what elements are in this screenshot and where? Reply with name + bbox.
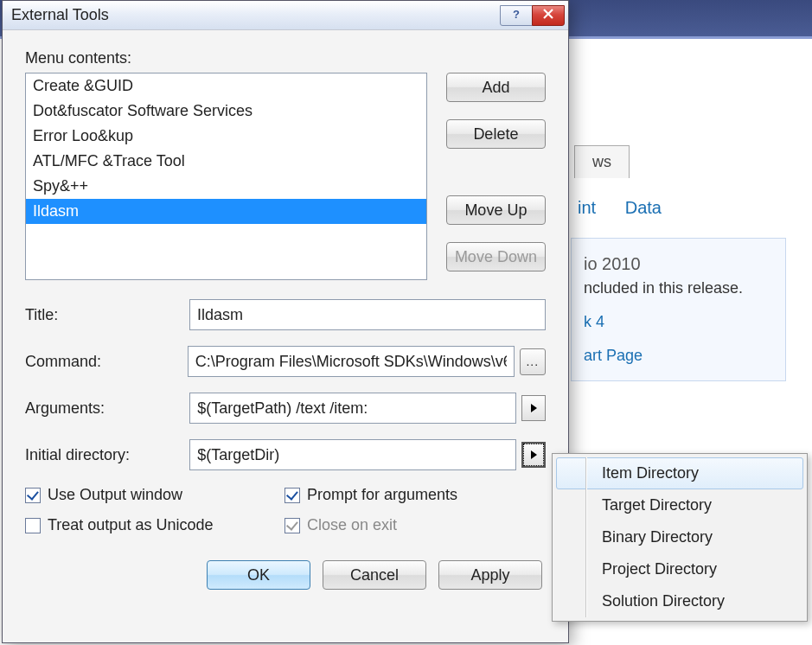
cancel-button[interactable]: Cancel <box>323 560 426 590</box>
browse-command-button[interactable]: ... <box>520 348 546 375</box>
apply-button[interactable]: Apply <box>438 560 542 590</box>
help-icon: ? <box>510 8 522 23</box>
help-button[interactable]: ? <box>500 5 533 26</box>
bg-panel: io 2010 ncluded in this release. k 4 art… <box>571 238 786 381</box>
popup-item-solution-directory[interactable]: Solution Directory <box>556 585 803 617</box>
svg-text:?: ? <box>513 8 520 20</box>
title-label: Title: <box>25 306 189 324</box>
dialog-title: External Tools <box>11 6 109 24</box>
popup-item-binary-directory[interactable]: Binary Directory <box>556 521 803 553</box>
bg-tab[interactable]: ws <box>574 145 630 178</box>
command-label: Command: <box>25 353 188 371</box>
list-item[interactable]: Spy&++ <box>26 174 426 199</box>
use-output-window-checkbox[interactable] <box>25 488 41 503</box>
arrow-right-icon <box>530 399 538 418</box>
close-icon <box>542 8 554 23</box>
bg-links: int Data <box>578 198 686 218</box>
menu-contents-listbox[interactable]: Create &GUID Dot&fuscator Software Servi… <box>25 73 427 280</box>
list-item[interactable]: Error Loo&kup <box>26 124 426 149</box>
move-up-button[interactable]: Move Up <box>446 195 546 225</box>
external-tools-dialog: External Tools ? Menu contents: Create &… <box>2 0 569 643</box>
list-item[interactable]: Ildasm <box>26 199 426 224</box>
list-item[interactable]: Create &GUID <box>26 73 426 99</box>
initial-directory-input[interactable] <box>189 439 516 470</box>
bg-link-data[interactable]: Data <box>625 198 662 217</box>
prompt-for-arguments-checkbox[interactable] <box>285 488 300 503</box>
bg-panel-link1[interactable]: k 4 <box>584 313 773 331</box>
close-on-exit-label: Close on exit <box>307 516 397 534</box>
add-button[interactable]: Add <box>446 73 546 102</box>
arguments-menu-button[interactable] <box>521 395 546 421</box>
treat-output-as-unicode-checkbox[interactable] <box>25 518 41 533</box>
arrow-right-icon <box>530 446 538 464</box>
menu-contents-label: Menu contents: <box>25 49 546 67</box>
command-input[interactable] <box>188 346 515 377</box>
popup-gutter <box>585 457 586 617</box>
bg-panel-text: ncluded in this release. <box>584 279 773 297</box>
close-on-exit-checkbox <box>285 518 300 533</box>
popup-item-target-directory[interactable]: Target Directory <box>556 489 803 521</box>
bg-panel-link2[interactable]: art Page <box>584 347 773 365</box>
close-button[interactable] <box>532 5 565 26</box>
initial-directory-label: Initial directory: <box>25 446 189 464</box>
move-down-button[interactable]: Move Down <box>446 242 546 271</box>
initial-directory-menu-button[interactable] <box>521 442 546 468</box>
bg-panel-title: io 2010 <box>584 254 773 274</box>
bg-link-int[interactable]: int <box>578 198 596 217</box>
popup-item-item-directory[interactable]: Item Directory <box>556 457 803 489</box>
use-output-window-label: Use Output window <box>48 486 182 504</box>
delete-button[interactable]: Delete <box>446 119 546 149</box>
ok-button[interactable]: OK <box>207 560 310 590</box>
list-item[interactable]: ATL/MFC &Trace Tool <box>26 149 426 174</box>
arguments-label: Arguments: <box>25 399 189 418</box>
directory-popup-menu: Item Directory Target Directory Binary D… <box>552 453 808 622</box>
title-input[interactable] <box>189 299 546 330</box>
prompt-for-arguments-label: Prompt for arguments <box>307 486 457 504</box>
list-item[interactable]: Dot&fuscator Software Services <box>26 99 426 124</box>
treat-output-as-unicode-label: Treat output as Unicode <box>48 516 213 534</box>
popup-item-project-directory[interactable]: Project Directory <box>556 553 803 585</box>
titlebar[interactable]: External Tools ? <box>3 1 568 30</box>
arguments-input[interactable] <box>189 393 516 424</box>
